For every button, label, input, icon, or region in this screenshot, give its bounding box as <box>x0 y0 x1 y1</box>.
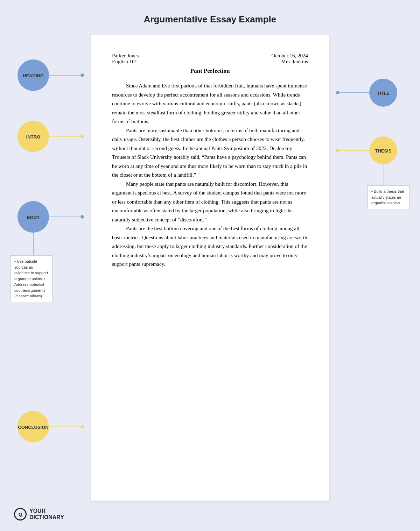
conclusion-paragraph: Pants are the best bottom covering and o… <box>112 224 308 269</box>
intro-paragraph: Since Adam and Eve first partook of that… <box>112 82 308 126</box>
essay-date: October 16, 2024 <box>271 53 308 59</box>
thesis-annotation-text: • Build a thesis that actually states an… <box>371 189 404 205</box>
course-name: English 101 <box>112 59 139 65</box>
essay-body: Since Adam and Eve first partook of that… <box>112 82 308 269</box>
yourdictionary-logo: Q YOUR DICTIONARY <box>14 508 64 521</box>
body-paragraph-1: Pants are more sustainable than other bo… <box>112 126 308 180</box>
page-title: Argumentative Essay Example <box>0 0 420 35</box>
essay-header: Parker Jones English 101 October 16, 202… <box>112 53 308 65</box>
body-paragraph-2: Many people state that pants are natural… <box>112 180 308 225</box>
logo-text: YOUR DICTIONARY <box>29 508 64 520</box>
body-annotation-box: • Use outside sources as evidence to sup… <box>10 255 52 302</box>
essay-title: Pant Perfection <box>112 68 308 76</box>
header-right: October 16, 2024 Mrs. Jenkins <box>271 53 308 65</box>
author-name: Parker Jones <box>112 53 139 59</box>
body-annotation-text: • Use outside sources as evidence to sup… <box>14 259 48 298</box>
logo-circle: Q <box>14 508 27 521</box>
essay-paper: Parker Jones English 101 October 16, 202… <box>91 35 329 501</box>
title-connector-line <box>304 72 329 72</box>
instructor-name: Mrs. Jenkins <box>271 59 308 65</box>
thesis-annotation-box: • Build a thesis that actually states an… <box>368 185 410 209</box>
header-left: Parker Jones English 101 <box>112 53 139 65</box>
